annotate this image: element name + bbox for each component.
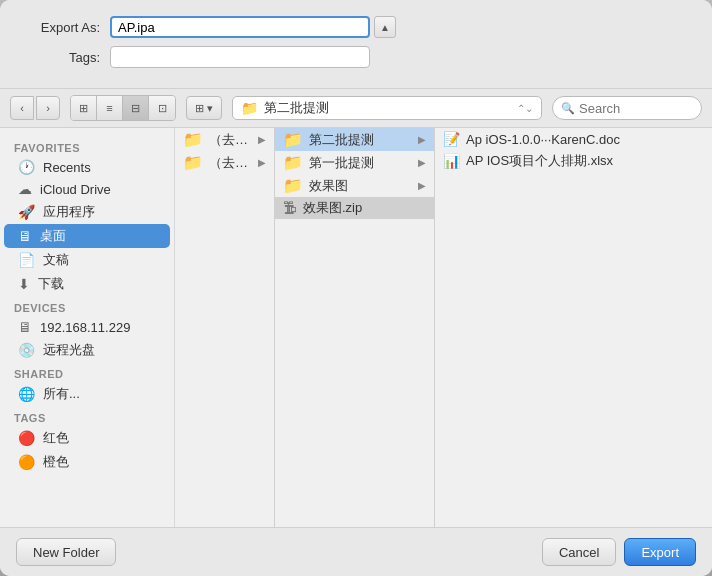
nav-buttons: ‹ › [10,96,60,120]
view-mode-buttons: ⊞ ≡ ⊟ ⊡ [70,95,176,121]
docs-icon: 📄 [18,252,35,268]
list-item[interactable]: 📁 第一批提测 ▶ [275,151,434,174]
view-icons-button[interactable]: ⊞ [71,96,97,120]
xlsx-file-icon: 📊 [443,153,460,169]
file-name: 第二批提测 [309,131,374,149]
file-name: （去代） [209,154,252,172]
pane-arrow-icon: ▶ [258,157,266,168]
location-text: 第二批提测 [264,99,511,117]
sidebar-item-red[interactable]: 🔴 红色 [4,426,170,450]
orange-tag-icon: 🟠 [18,454,35,470]
favorites-section-label: Favorites [0,136,174,156]
pane-arrow-icon: ▶ [258,134,266,145]
export-as-label: Export As: [20,20,100,35]
main-content: Favorites 🕐 Recents ☁ iCloud Drive 🚀 应用程… [0,128,712,527]
all-icon: 🌐 [18,386,35,402]
folder-icon: 📁 [283,176,303,195]
zip-file-icon: 🗜 [283,200,297,216]
location-folder-icon: 📁 [241,100,258,116]
file-pane-1: 📁 （去代） ▶ 📁 （去代） ▶ [175,128,275,527]
red-tag-icon: 🔴 [18,430,35,446]
devices-section-label: Devices [0,296,174,316]
file-pane-3: 📝 Ap iOS-1.0.0···KarenC.doc 📊 AP IOS项目个人… [435,128,712,527]
sidebar-item-downloads[interactable]: ⬇ 下载 [4,272,170,296]
footer-right: Cancel Export [542,538,696,566]
sidebar-item-orange[interactable]: 🟠 橙色 [4,450,170,474]
sidebar-item-docs[interactable]: 📄 文稿 [4,248,170,272]
apps-icon: 🚀 [18,204,35,220]
file-panes: 📁 （去代） ▶ 📁 （去代） ▶ 📁 第二批提测 ▶ 📁 [175,128,712,527]
list-item[interactable]: 📝 Ap iOS-1.0.0···KarenC.doc [435,128,712,150]
tags-input[interactable] [110,46,370,68]
network-icon: 🖥 [18,319,32,335]
desktop-icon: 🖥 [18,228,32,244]
cancel-button[interactable]: Cancel [542,538,616,566]
location-chevron-icon: ⌃⌄ [517,103,533,114]
dialog-footer: New Folder Cancel Export [0,527,712,576]
tags-row: Tags: [20,46,692,68]
list-item[interactable]: 📁 第二批提测 ▶ [275,128,434,151]
docs-label: 文稿 [43,251,69,269]
remote-icon: 💿 [18,342,35,358]
pane-arrow-icon: ▶ [418,157,426,168]
file-name: （去代） [209,131,252,149]
back-button[interactable]: ‹ [10,96,34,120]
file-pane-2: 📁 第二批提测 ▶ 📁 第一批提测 ▶ 📁 效果图 ▶ 🗜 效果图.zip [275,128,435,527]
folder-icon: 📁 [283,153,303,172]
sidebar-item-recents[interactable]: 🕐 Recents [4,156,170,178]
search-box: 🔍 [552,96,702,120]
file-name: 效果图 [309,177,348,195]
sidebar-item-icloud[interactable]: ☁ iCloud Drive [4,178,170,200]
view-gallery-button[interactable]: ⊡ [149,96,175,120]
apps-label: 应用程序 [43,203,95,221]
sidebar-item-remote[interactable]: 💿 远程光盘 [4,338,170,362]
action-button[interactable]: ⊞ ▾ [186,96,222,120]
export-button[interactable]: Export [624,538,696,566]
save-dialog: Export As: ▲ Tags: ‹ › ⊞ ≡ ⊟ ⊡ ⊞ ▾ 📁 第二批… [0,0,712,576]
sidebar-item-all[interactable]: 🌐 所有... [4,382,170,406]
dialog-header: Export As: ▲ Tags: [0,0,712,89]
file-name: 第一批提测 [309,154,374,172]
sidebar-item-apps[interactable]: 🚀 应用程序 [4,200,170,224]
list-item[interactable]: 📁 （去代） ▶ [175,128,274,151]
desktop-label: 桌面 [40,227,66,245]
tags-label: Tags: [20,50,100,65]
shared-section-label: Shared [0,362,174,382]
red-label: 红色 [43,429,69,447]
list-item[interactable]: 🗜 效果图.zip [275,197,434,219]
icloud-icon: ☁ [18,181,32,197]
orange-label: 橙色 [43,453,69,471]
downloads-icon: ⬇ [18,276,30,292]
search-input[interactable] [579,101,693,116]
chevron-toggle-button[interactable]: ▲ [374,16,396,38]
export-as-row: Export As: ▲ [20,16,692,38]
toolbar: ‹ › ⊞ ≡ ⊟ ⊡ ⊞ ▾ 📁 第二批提测 ⌃⌄ 🔍 [0,89,712,128]
new-folder-button[interactable]: New Folder [16,538,116,566]
sidebar: Favorites 🕐 Recents ☁ iCloud Drive 🚀 应用程… [0,128,175,527]
folder-icon: 📁 [183,153,203,172]
view-columns-button[interactable]: ⊟ [123,96,149,120]
icloud-label: iCloud Drive [40,182,111,197]
remote-label: 远程光盘 [43,341,95,359]
list-item[interactable]: 📁 （去代） ▶ [175,151,274,174]
action-dropdown-icon: ▾ [207,102,213,115]
list-item[interactable]: 📊 AP IOS项目个人排期.xlsx [435,150,712,172]
forward-button[interactable]: › [36,96,60,120]
view-list-button[interactable]: ≡ [97,96,123,120]
recents-label: Recents [43,160,91,175]
folder-icon: 📁 [183,130,203,149]
downloads-label: 下载 [38,275,64,293]
action-icon: ⊞ [195,102,204,115]
doc-file-icon: 📝 [443,131,460,147]
recents-icon: 🕐 [18,159,35,175]
sidebar-item-network[interactable]: 🖥 192.168.11.229 [4,316,170,338]
pane-arrow-icon: ▶ [418,180,426,191]
file-name: AP IOS项目个人排期.xlsx [466,152,613,170]
list-item[interactable]: 📁 效果图 ▶ [275,174,434,197]
location-bar[interactable]: 📁 第二批提测 ⌃⌄ [232,96,542,120]
network-label: 192.168.11.229 [40,320,130,335]
tags-section-label: Tags [0,406,174,426]
export-filename-input[interactable] [110,16,370,38]
footer-left: New Folder [16,538,116,566]
sidebar-item-desktop[interactable]: 🖥 桌面 [4,224,170,248]
